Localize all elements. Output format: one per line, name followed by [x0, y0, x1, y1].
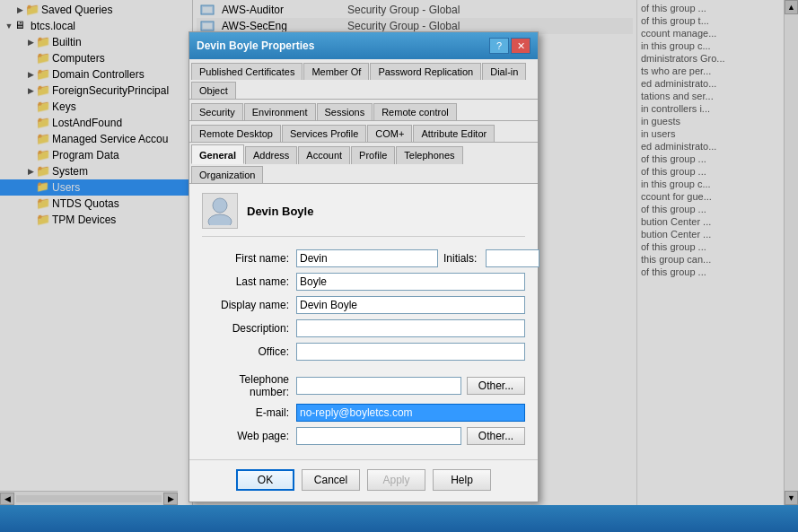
description-row: Description:	[202, 319, 525, 337]
tab-attribute-editor[interactable]: Attribute Editor	[413, 125, 495, 142]
telephone-row: Telephone number: Other...	[202, 373, 525, 398]
webpage-other-button[interactable]: Other...	[467, 427, 525, 445]
help-button[interactable]: ?	[489, 38, 509, 54]
telephone-input[interactable]	[296, 377, 461, 395]
dialog-titlebar: Devin Boyle Properties ? ✕	[189, 32, 538, 59]
apply-button[interactable]: Apply	[367, 469, 425, 491]
dialog-content: Devin Boyle First name: Initials: Last n…	[189, 184, 538, 459]
close-button[interactable]: ✕	[511, 38, 531, 54]
display-name-input[interactable]	[296, 296, 525, 314]
help-button[interactable]: Help	[433, 469, 491, 491]
initials-label: Initials:	[443, 252, 477, 265]
cancel-button[interactable]: Cancel	[302, 469, 360, 491]
first-name-row: First name: Initials:	[202, 249, 525, 267]
user-header: Devin Boyle	[202, 193, 525, 237]
user-display-name: Devin Boyle	[247, 205, 313, 218]
tab-object[interactable]: Object	[191, 82, 236, 99]
tab-account[interactable]: Account	[298, 146, 350, 164]
last-name-row: Last name:	[202, 273, 525, 291]
first-name-group: Initials:	[296, 249, 539, 267]
first-name-label: First name:	[202, 252, 296, 265]
email-row: E-mail:	[202, 404, 525, 422]
tab-profile[interactable]: Profile	[351, 146, 395, 164]
tab-sessions[interactable]: Sessions	[317, 103, 373, 120]
tab-remote-control[interactable]: Remote control	[373, 103, 457, 120]
webpage-input[interactable]	[296, 427, 461, 445]
svg-point-4	[213, 198, 227, 213]
tab-published-certs[interactable]: Published Certificates	[191, 63, 303, 80]
telephone-other-button[interactable]: Other...	[467, 377, 525, 395]
dialog-footer: OK Cancel Apply Help	[189, 459, 538, 501]
initials-input[interactable]	[486, 249, 539, 267]
last-name-label: Last name:	[202, 275, 296, 288]
tabs-row-1: Published Certificates Member Of Passwor…	[189, 59, 538, 100]
dialog-overlay: Devin Boyle Properties ? ✕ Published Cer…	[0, 0, 798, 532]
avatar	[202, 193, 238, 229]
tab-telephones[interactable]: Telephones	[396, 146, 462, 164]
tab-services-profile[interactable]: Services Profile	[282, 125, 366, 142]
tab-dial-in[interactable]: Dial-in	[482, 63, 526, 80]
webpage-row: Web page: Other...	[202, 427, 525, 445]
tab-address[interactable]: Address	[245, 146, 297, 164]
display-name-label: Display name:	[202, 299, 296, 311]
first-name-input[interactable]	[296, 249, 438, 267]
ok-button[interactable]: OK	[236, 469, 294, 491]
taskbar	[0, 505, 798, 532]
tab-security[interactable]: Security	[191, 103, 243, 120]
tab-general[interactable]: General	[191, 144, 244, 164]
email-label: E-mail:	[202, 406, 296, 419]
display-name-row: Display name:	[202, 296, 525, 314]
tab-remote-desktop[interactable]: Remote Desktop	[191, 125, 281, 142]
tab-organization[interactable]: Organization	[191, 166, 263, 183]
tab-com-plus[interactable]: COM+	[367, 125, 412, 142]
tabs-row-3: Remote Desktop Services Profile COM+ Att…	[189, 121, 538, 143]
properties-dialog: Devin Boyle Properties ? ✕ Published Cer…	[189, 31, 539, 502]
last-name-input[interactable]	[296, 273, 525, 291]
tabs-row-4: General Address Account Profile Telephon…	[189, 143, 538, 184]
office-input[interactable]	[296, 343, 525, 361]
tab-password-replication[interactable]: Password Replication	[370, 63, 481, 80]
telephone-label: Telephone number:	[202, 373, 296, 398]
description-input[interactable]	[296, 319, 525, 337]
tabs-row-2: Security Environment Sessions Remote con…	[189, 100, 538, 121]
office-row: Office:	[202, 343, 525, 361]
dialog-title: Devin Boyle Properties	[197, 39, 489, 52]
tab-environment[interactable]: Environment	[244, 103, 316, 120]
description-label: Description:	[202, 322, 296, 335]
office-label: Office:	[202, 345, 296, 358]
tab-member-of[interactable]: Member Of	[303, 63, 369, 80]
webpage-label: Web page:	[202, 430, 296, 442]
svg-point-5	[208, 214, 232, 225]
email-input[interactable]	[296, 404, 525, 422]
title-buttons: ? ✕	[489, 38, 531, 54]
